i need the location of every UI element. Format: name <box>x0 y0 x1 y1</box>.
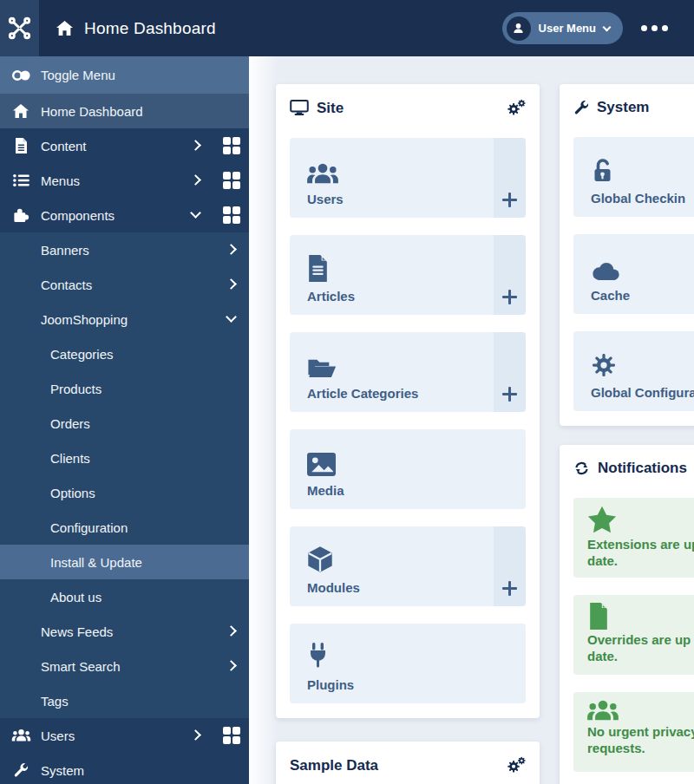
tile-global-checkin[interactable]: Global Checkin <box>573 137 694 217</box>
sidebar-item-banners[interactable]: Banners <box>0 232 249 267</box>
sidebar-item-label: Smart Search <box>41 659 121 674</box>
sidebar-item-components[interactable]: Components <box>0 198 249 232</box>
tile-global-configuration[interactable]: Global Configuration <box>573 331 694 411</box>
breadcrumb: Home Dashboard <box>56 19 216 38</box>
sidebar-item-content[interactable]: Content <box>0 128 249 163</box>
chevron-down-icon <box>226 311 237 323</box>
notification-text: No urgent privacy requests. <box>587 724 694 757</box>
sidebar-item-label: About us <box>50 590 101 604</box>
sidebar-item-label: Content <box>41 139 87 154</box>
document-icon <box>10 138 32 154</box>
sidebar-item-orders[interactable]: Orders <box>0 406 249 441</box>
wrench-icon <box>10 762 32 778</box>
sidebar-item-label: Products <box>50 382 101 396</box>
sidebar-item-label: System <box>41 763 84 778</box>
sidebar-item-toggle-menu[interactable]: Toggle Menu <box>0 56 249 94</box>
tile-label: Articles <box>307 289 355 304</box>
sidebar-item-label: Orders <box>50 416 90 431</box>
plus-icon <box>502 387 517 402</box>
tile-label: Article Categories <box>307 386 418 401</box>
joomla-logo-icon <box>8 16 31 40</box>
sidebar-item-joomshopping[interactable]: JoomShopping <box>0 302 249 336</box>
sidebar-item-about-us[interactable]: About us <box>0 579 249 614</box>
sidebar-item-tags[interactable]: Tags <box>0 683 249 718</box>
sidebar-item-label: Menus <box>41 173 80 188</box>
notification-text: Extensions are up to date. <box>587 537 694 570</box>
sidebar-item-label: Banners <box>41 243 89 258</box>
page-title: Home Dashboard <box>84 19 216 38</box>
sidebar-item-label: Toggle Menu <box>41 68 115 82</box>
add-article-category-button[interactable] <box>494 332 526 412</box>
sidebar-item-menus[interactable]: Menus <box>0 163 249 198</box>
tile-label: Cache <box>591 288 630 303</box>
sidebar-item-label: Install & Update <box>50 555 142 570</box>
tile-cache[interactable]: Cache <box>573 234 694 314</box>
sidebar-item-options[interactable]: Options <box>0 475 249 510</box>
card-title: System <box>597 99 649 116</box>
home-icon <box>10 104 32 118</box>
sidebar-item-users[interactable]: Users <box>0 718 249 753</box>
add-article-button[interactable] <box>494 235 526 315</box>
notification-privacy[interactable]: No urgent privacy requests. <box>573 692 694 772</box>
sidebar-item-label: Configuration <box>50 520 128 535</box>
sidebar-item-label: Contacts <box>41 278 92 292</box>
star-icon <box>587 506 694 534</box>
sidebar-item-configuration[interactable]: Configuration <box>0 510 249 545</box>
card-settings-cogs-icon[interactable] <box>507 99 526 117</box>
tile-label: Plugins <box>307 677 354 692</box>
tile-label: Global Configuration <box>591 385 694 400</box>
more-options-button[interactable] <box>641 25 668 31</box>
sidebar-item-label: Clients <box>50 451 90 466</box>
tile-users[interactable]: Users <box>290 138 526 218</box>
sidebar-item-label: Components <box>41 208 115 223</box>
dashboard-grid-icon[interactable] <box>223 727 240 744</box>
file-icon <box>587 603 694 630</box>
add-module-button[interactable] <box>494 526 526 606</box>
sidebar-item-smart-search[interactable]: Smart Search <box>0 649 249 683</box>
list-icon <box>10 174 32 187</box>
chevron-right-icon <box>226 278 237 290</box>
system-card: System Global Checkin Cache Global Confi… <box>560 84 694 426</box>
chevron-down-icon <box>603 23 612 31</box>
sidebar-item-label: Tags <box>41 694 69 709</box>
sidebar-item-home-dashboard[interactable]: Home Dashboard <box>0 94 249 128</box>
tile-plugins[interactable]: Plugins <box>290 624 526 703</box>
sidebar-item-products[interactable]: Products <box>0 371 249 406</box>
notification-overrides[interactable]: Overrides are up to date. <box>573 595 694 675</box>
dashboard-grid-icon[interactable] <box>223 206 240 224</box>
plus-icon <box>502 581 517 596</box>
user-menu-button[interactable]: User Menu <box>502 12 623 44</box>
joomla-logo[interactable] <box>0 0 39 56</box>
sidebar-item-label: News Feeds <box>41 624 113 639</box>
chevron-right-icon <box>190 140 201 151</box>
folder-open-icon <box>307 356 337 379</box>
sidebar-item-install-update[interactable]: Install & Update <box>0 545 249 579</box>
tile-label: Users <box>307 192 344 206</box>
notification-extensions[interactable]: Extensions are up to date. <box>573 498 694 578</box>
tile-modules[interactable]: Modules <box>290 526 526 606</box>
card-title: Site <box>317 100 344 117</box>
card-settings-cogs-icon[interactable] <box>507 756 526 774</box>
sidebar-item-system[interactable]: System <box>0 753 249 784</box>
article-file-icon <box>307 255 329 282</box>
chevron-right-icon <box>226 625 237 637</box>
add-users-button[interactable] <box>494 138 526 218</box>
topbar: Home Dashboard User Menu <box>0 0 694 56</box>
sidebar-item-clients[interactable]: Clients <box>0 441 249 475</box>
card-title: Sample Data <box>290 757 378 774</box>
card-title: Notifications <box>598 460 687 477</box>
tile-label: Modules <box>307 580 360 595</box>
sidebar-item-categories[interactable]: Categories <box>0 336 249 371</box>
tile-media[interactable]: Media <box>290 429 526 509</box>
tile-article-categories[interactable]: Article Categories <box>290 332 526 412</box>
chevron-down-icon <box>190 207 201 219</box>
dashboard-grid-icon[interactable] <box>223 172 240 189</box>
tile-articles[interactable]: Articles <box>290 235 526 315</box>
puzzle-icon <box>10 207 32 224</box>
chevron-right-icon <box>226 660 237 671</box>
sidebar-item-contacts[interactable]: Contacts <box>0 267 249 302</box>
tile-label: Global Checkin <box>591 191 685 206</box>
dashboard-grid-icon[interactable] <box>223 137 240 154</box>
chevron-right-icon <box>190 729 201 741</box>
sidebar-item-news-feeds[interactable]: News Feeds <box>0 614 249 649</box>
